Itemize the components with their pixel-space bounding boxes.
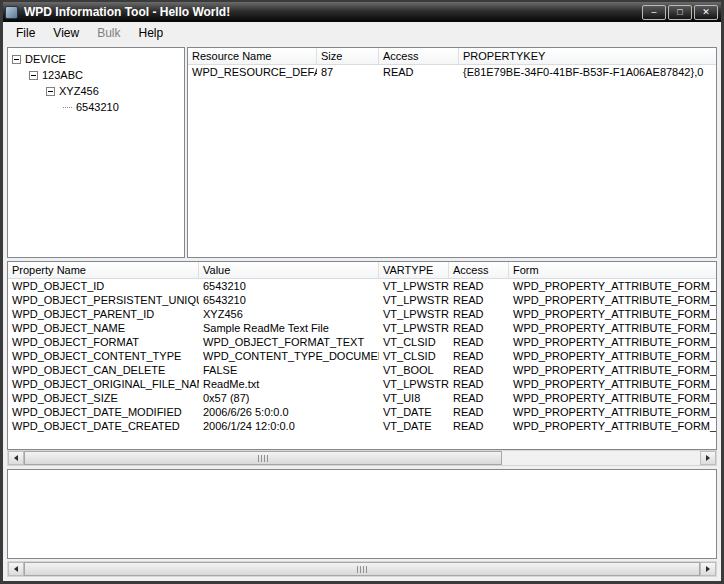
prop-cell: READ [449, 419, 509, 433]
prop-cell: 0x57 (87) [199, 391, 379, 405]
res-cell: {E81E79BE-34F0-41BF-B53F-F1A06AE87842},0 [459, 65, 716, 80]
app-window: WPD Information Tool - Hello World! – □ … [0, 0, 724, 584]
prop-cell: VT_UI8 [379, 391, 449, 405]
prop-cell: WPD_OBJECT_PARENT_ID [8, 307, 199, 321]
res-column-header-size[interactable]: Size [317, 48, 379, 64]
prop-row-wpd-object-name[interactable]: WPD_OBJECT_NAMESample ReadMe Text FileVT… [8, 321, 716, 335]
prop-cell: VT_DATE [379, 419, 449, 433]
tree-item-device[interactable]: DEVICE [8, 51, 184, 67]
prop-cell: Sample ReadMe Text File [199, 321, 379, 335]
prop-cell: WPD_PROPERTY_ATTRIBUTE_FORM_UNSP [509, 419, 716, 433]
prop-column-header-property-name[interactable]: Property Name [8, 262, 199, 278]
scroll-left-button[interactable] [8, 451, 24, 465]
menu-item-view[interactable]: View [44, 23, 88, 43]
tree-item-123abc[interactable]: 123ABC [8, 67, 184, 83]
prop-row-wpd-object-parent-id[interactable]: WPD_OBJECT_PARENT_IDXYZ456VT_LPWSTRREADW… [8, 307, 716, 321]
scroll-right-button[interactable] [700, 451, 716, 465]
tree-item-label: 123ABC [42, 69, 83, 81]
property-table-hscrollbar [7, 450, 717, 466]
thumb-grip-icon [264, 455, 265, 462]
thumb-grip-icon [261, 455, 262, 462]
prop-cell: WPD_PROPERTY_ATTRIBUTE_FORM_UNSP [509, 377, 716, 391]
menu-item-bulk[interactable]: Bulk [88, 23, 129, 43]
prop-row-wpd-object-can-delete[interactable]: WPD_OBJECT_CAN_DELETEFALSEVT_BOOLREADWPD… [8, 363, 716, 377]
menu-item-help[interactable]: Help [129, 23, 172, 43]
scroll-track[interactable] [24, 451, 700, 465]
prop-row-wpd-object-persistent-unique-id[interactable]: WPD_OBJECT_PERSISTENT_UNIQUE_ID6543210VT… [8, 293, 716, 307]
prop-cell: READ [449, 279, 509, 293]
res-column-header-access[interactable]: Access [379, 48, 459, 64]
tree-expander-icon[interactable] [46, 87, 55, 96]
prop-cell: VT_BOOL [379, 363, 449, 377]
prop-cell: VT_CLSID [379, 349, 449, 363]
res-column-header-propertykey[interactable]: PROPERTYKEY [459, 48, 716, 64]
prop-cell: WPD_OBJECT_CONTENT_TYPE [8, 349, 199, 363]
res-header-row: Resource NameSizeAccessPROPERTYKEY [188, 48, 716, 65]
prop-cell: VT_LPWSTR [379, 377, 449, 391]
prop-column-header-access[interactable]: Access [449, 262, 509, 278]
minimize-button[interactable]: – [642, 5, 666, 20]
maximize-button[interactable]: □ [668, 5, 692, 20]
scroll-right-button[interactable] [700, 562, 716, 576]
close-button[interactable]: ✕ [694, 5, 718, 20]
arrow-left-icon [14, 455, 18, 461]
res-cell: WPD_RESOURCE_DEFAULT [188, 65, 317, 80]
res-cell: 87 [317, 65, 379, 80]
arrow-right-icon [706, 455, 710, 461]
prop-cell: WPD_OBJECT_CAN_DELETE [8, 363, 199, 377]
scroll-thumb[interactable] [24, 562, 700, 576]
prop-cell: WPD_OBJECT_SIZE [8, 391, 199, 405]
title-bar[interactable]: WPD Information Tool - Hello World! – □ … [3, 2, 721, 22]
prop-row-wpd-object-date-created[interactable]: WPD_OBJECT_DATE_CREATED2006/1/24 12:0:0.… [8, 419, 716, 433]
window-title: WPD Information Tool - Hello World! [24, 5, 230, 19]
prop-cell: 2006/6/26 5:0:0.0 [199, 405, 379, 419]
menu-item-file[interactable]: File [7, 23, 44, 43]
prop-cell: VT_LPWSTR [379, 279, 449, 293]
prop-cell: WPD_PROPERTY_ATTRIBUTE_FORM_UNSP [509, 363, 716, 377]
prop-column-header-value[interactable]: Value [199, 262, 379, 278]
prop-row-wpd-object-date-modified[interactable]: WPD_OBJECT_DATE_MODIFIED2006/6/26 5:0:0.… [8, 405, 716, 419]
thumb-grip-icon [363, 566, 364, 573]
prop-cell: 6543210 [199, 279, 379, 293]
prop-cell: WPD_OBJECT_DATE_MODIFIED [8, 405, 199, 419]
menu-bar: FileViewBulkHelp [3, 22, 721, 44]
tree-item-xyz456[interactable]: XYZ456 [8, 83, 184, 99]
prop-column-header-form[interactable]: Form [509, 262, 716, 278]
prop-cell: WPD_CONTENT_TYPE_DOCUMENT [199, 349, 379, 363]
scroll-thumb[interactable] [24, 451, 502, 465]
window-controls: – □ ✕ [642, 5, 718, 20]
app-icon [5, 6, 18, 19]
prop-cell: WPD_PROPERTY_ATTRIBUTE_FORM_UNSP [509, 349, 716, 363]
scroll-left-button[interactable] [8, 562, 24, 576]
tree-expander-icon[interactable] [29, 71, 38, 80]
res-column-header-resource-name[interactable]: Resource Name [188, 48, 317, 64]
tree-expander-icon[interactable] [12, 55, 21, 64]
prop-cell: VT_CLSID [379, 335, 449, 349]
prop-cell: ReadMe.txt [199, 377, 379, 391]
prop-cell: WPD_PROPERTY_ATTRIBUTE_FORM_UNSP [509, 307, 716, 321]
res-row-wpd-resource-default[interactable]: WPD_RESOURCE_DEFAULT87READ{E81E79BE-34F0… [188, 65, 716, 80]
output-textarea[interactable] [7, 469, 717, 559]
prop-row-wpd-object-format[interactable]: WPD_OBJECT_FORMATWPD_OBJECT_FORMAT_TEXTV… [8, 335, 716, 349]
prop-cell: XYZ456 [199, 307, 379, 321]
prop-cell: READ [449, 377, 509, 391]
prop-row-wpd-object-content-type[interactable]: WPD_OBJECT_CONTENT_TYPEWPD_CONTENT_TYPE_… [8, 349, 716, 363]
resource-list: Resource NameSizeAccessPROPERTYKEYWPD_RE… [187, 47, 717, 258]
arrow-right-icon [706, 566, 710, 572]
prop-cell: READ [449, 349, 509, 363]
property-table: Property NameValueVARTYPEAccessFormWPD_O… [7, 261, 717, 450]
prop-column-header-vartype[interactable]: VARTYPE [379, 262, 449, 278]
thumb-grip-icon [360, 566, 361, 573]
thumb-grip-icon [357, 566, 358, 573]
prop-row-wpd-object-size[interactable]: WPD_OBJECT_SIZE0x57 (87)VT_UI8READWPD_PR… [8, 391, 716, 405]
prop-cell: 6543210 [199, 293, 379, 307]
thumb-grip-icon [267, 455, 268, 462]
prop-row-wpd-object-id[interactable]: WPD_OBJECT_ID6543210VT_LPWSTRREADWPD_PRO… [8, 279, 716, 293]
minimize-icon: – [651, 7, 656, 17]
scroll-track[interactable] [24, 562, 700, 576]
tree-item-6543210[interactable]: 6543210 [8, 99, 184, 115]
prop-cell: FALSE [199, 363, 379, 377]
prop-cell: WPD_OBJECT_ORIGINAL_FILE_NAME [8, 377, 199, 391]
close-icon: ✕ [702, 7, 710, 17]
prop-row-wpd-object-original-file-name[interactable]: WPD_OBJECT_ORIGINAL_FILE_NAMEReadMe.txtV… [8, 377, 716, 391]
